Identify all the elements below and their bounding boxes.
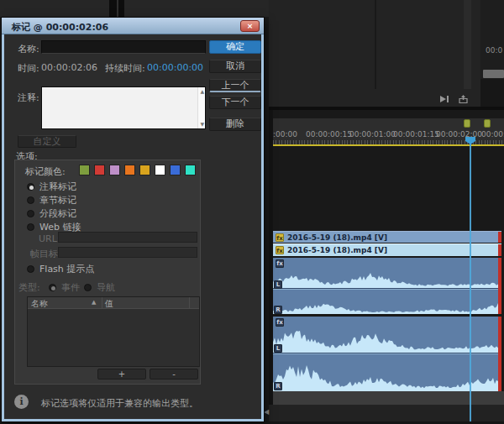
radio-icon[interactable] — [27, 223, 34, 231]
video-clip-label: 2016-5-19 (18).mp4 [V] — [287, 246, 387, 254]
panel-collapse-icon[interactable]: ◀ — [264, 408, 269, 416]
color-swatch[interactable] — [155, 165, 165, 175]
step-forward-icon[interactable] — [439, 95, 450, 104]
column-divider[interactable] — [102, 297, 102, 309]
radio-icon[interactable] — [27, 265, 34, 273]
color-swatch[interactable] — [139, 165, 150, 175]
value-column-header[interactable]: 值 — [105, 298, 113, 310]
color-swatch[interactable] — [185, 165, 196, 175]
next-button[interactable]: 下一个 — [209, 96, 261, 109]
channel-badge-l: L — [274, 344, 282, 353]
color-swatch[interactable] — [124, 165, 135, 175]
work-area-bar[interactable] — [483, 70, 504, 78]
radio-flash-cue[interactable]: Flash 提示点 — [27, 263, 94, 275]
radio-cue-type[interactable]: 事件 — [49, 281, 80, 294]
audio-waveform — [273, 354, 498, 391]
dialog-title: 标记 @ 00:00:02:06 — [12, 21, 108, 34]
custom-button[interactable]: 自定义 — [18, 135, 76, 148]
ruler-timecode-label: 00:00:01:15 — [393, 130, 439, 139]
cancel-button[interactable]: 取消 — [209, 60, 261, 73]
radio-icon[interactable] — [27, 196, 34, 204]
url-label: URL: — [39, 233, 60, 244]
properties-table[interactable]: 名称 ▲ 值 — [27, 296, 200, 367]
name-input[interactable] — [41, 40, 206, 54]
audio-waveform — [273, 258, 498, 288]
sequence-marker-icon[interactable] — [464, 119, 470, 128]
channel-badge-r: R — [274, 306, 282, 314]
playhead-line[interactable] — [470, 143, 471, 424]
previous-button[interactable]: 上一个 — [209, 79, 261, 92]
radio-marker-type[interactable]: 章节标记 — [27, 194, 76, 207]
video-clip-v1[interactable]: 2016-5-19 (18).mp4 [V] fx 2016-5-19 (18)… — [273, 243, 501, 256]
monitor-scrollbar[interactable] — [464, 0, 471, 89]
close-icon[interactable]: × — [240, 20, 260, 32]
dialog-titlebar[interactable]: 标记 @ 00:00:02:06 × — [2, 18, 264, 34]
channel-badge-l: L — [274, 280, 282, 289]
app-window: 00:0 :00:0000:00:00:1500:00:01:0000:00:0… — [0, 0, 504, 424]
add-row-button[interactable]: + — [97, 369, 146, 380]
radio-cue-type[interactable]: 导航 — [84, 281, 115, 294]
sequence-marker-icon[interactable] — [484, 119, 491, 128]
channel-badge-r: R — [274, 382, 282, 390]
color-swatch[interactable] — [79, 165, 90, 175]
url-input[interactable] — [58, 232, 197, 243]
fx-badge-icon[interactable]: fx — [276, 318, 284, 327]
time-value: 00:00:02:06 — [41, 62, 97, 73]
sort-ascending-icon[interactable]: ▲ — [92, 299, 96, 306]
ok-button[interactable]: 确定 — [209, 40, 261, 54]
color-swatch[interactable] — [170, 165, 181, 175]
ruler-timecode-label: 00:00:00:15 — [306, 130, 352, 139]
audio-waveform — [273, 317, 498, 353]
clip-end-marker — [498, 232, 501, 243]
frame-target-label: 帧目标: — [30, 248, 61, 260]
clip-end-marker — [498, 244, 501, 256]
video-clip-label: 2016-5-19 (18).mp4 [V] — [287, 233, 387, 242]
delete-button[interactable]: 删除 — [209, 118, 261, 131]
audio-waveform — [273, 290, 498, 314]
name-column-header[interactable]: 名称 — [31, 298, 48, 310]
video-clip-v2[interactable]: fx 2016-5-19 (18).mp4 [V] — [273, 231, 501, 243]
ruler-timecode-label: 00:00:01:00 — [349, 130, 396, 139]
clip-end-marker — [498, 317, 501, 391]
right-top-panel-lower — [480, 79, 504, 107]
radio-label: 分段标记 — [39, 207, 76, 220]
export-frame-icon[interactable] — [458, 95, 469, 104]
radio-label: 事件 — [61, 281, 80, 294]
table-header[interactable]: 名称 ▲ 值 — [28, 297, 199, 309]
scroll-down-icon[interactable]: ▼ — [200, 122, 204, 127]
remove-row-button[interactable]: - — [150, 369, 198, 380]
marker-color-swatches — [79, 165, 196, 175]
timeline-panel: :00:0000:00:00:1500:00:01:0000:00:01:150… — [269, 110, 504, 424]
fx-badge-icon[interactable]: fx — [276, 246, 284, 254]
ruler-timecode-label: :00:00 — [273, 130, 297, 139]
color-swatch[interactable] — [94, 165, 105, 175]
monitor-inner-divider — [375, 0, 376, 89]
radio-marker-type[interactable]: 分段标记 — [27, 207, 76, 220]
radio-icon[interactable] — [27, 210, 34, 217]
radio-icon[interactable] — [84, 284, 92, 291]
radio-marker-type[interactable]: 注释标记 — [27, 181, 76, 193]
clip-end-marker — [498, 258, 501, 314]
panel-timecode: 00:0 — [486, 46, 502, 55]
color-swatch[interactable] — [109, 165, 120, 175]
name-label: 名称: — [18, 43, 39, 55]
ruler-timecode-label: 00:00:02: — [481, 130, 504, 139]
scroll-up-icon[interactable]: ▲ — [200, 89, 204, 94]
radio-label: 导航 — [97, 281, 115, 294]
fx-badge-icon[interactable]: fx — [276, 259, 284, 268]
radio-label: 注释标记 — [39, 181, 76, 193]
column-divider[interactable] — [189, 297, 190, 309]
duration-label: 持续时间: — [105, 62, 145, 75]
panel-divider-gap — [117, 0, 118, 17]
fx-badge-icon[interactable]: fx — [276, 233, 284, 242]
right-top-panel: 00:0 — [480, 0, 504, 107]
type-label: 类型: — [18, 281, 40, 294]
frame-target-input[interactable] — [58, 247, 197, 258]
comments-textarea[interactable]: ▲ ▼ — [41, 86, 206, 129]
radio-icon[interactable] — [27, 183, 34, 191]
program-monitor-panel — [269, 0, 480, 107]
radio-label: Flash 提示点 — [39, 263, 94, 275]
duration-value[interactable]: 00:00:00:00 — [147, 62, 203, 73]
radio-icon[interactable] — [49, 284, 56, 291]
textarea-scrollbar[interactable]: ▲ ▼ — [197, 87, 205, 128]
